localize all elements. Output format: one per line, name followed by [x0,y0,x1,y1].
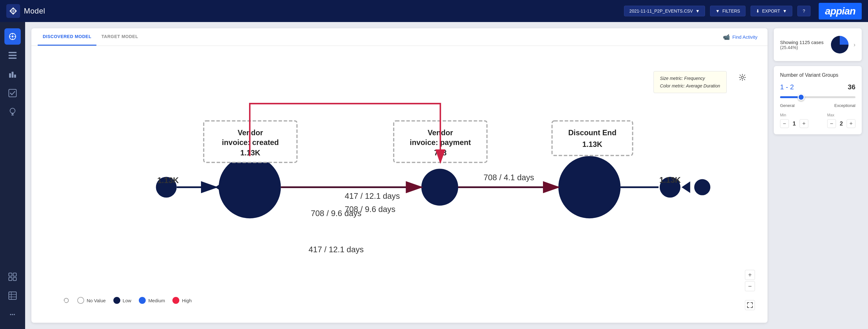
help-icon: ? [803,8,805,13]
min-value: 1 [793,120,796,127]
start-node-large[interactable] [219,156,281,218]
edge-middle-label: 708 / 4.1 days [484,173,534,182]
logo-area: Model [6,4,45,18]
zoom-in-button[interactable]: + [745,270,755,280]
export-button[interactable]: ⬇ EXPORT ▼ [750,6,792,16]
legend: No Value Low Medium High [63,297,192,304]
exceptional-label: Exceptional [834,103,856,108]
sidebar-item-bulb[interactable] [4,104,21,120]
export-icon: ⬇ [756,8,760,13]
max-decrement-button[interactable]: − [827,119,836,128]
svg-rect-3 [8,55,17,56]
tab-discovered-model[interactable]: DISCOVERED MODEL [38,28,96,46]
variant-groups-title: Number of Variant Groups [780,72,856,78]
svg-point-18 [741,77,744,79]
sidebar-item-list[interactable] [4,47,21,63]
fullscreen-button[interactable] [745,300,755,310]
min-label: Min [780,113,808,117]
discount-end-label2: 1.13K [582,140,602,148]
sidebar: ••• [0,22,25,329]
svg-point-9 [10,108,15,113]
min-decrement-button[interactable]: − [780,119,789,128]
file-name-label: 2021-11-11_P2P_EVENTS.CSV [629,8,693,13]
tabs-bar: DISCOVERED MODEL TARGET MODEL 📹 Find Act… [31,28,768,46]
svg-rect-5 [9,73,11,78]
start-node-label: 1.13K [157,176,179,185]
edge-top-label: 417 / 12.1 days [309,245,364,254]
cases-title: Showing 1125 cases [780,39,826,45]
svg-rect-7 [14,75,16,78]
svg-rect-10 [9,273,12,276]
slider-labels: General Exceptional [780,103,856,108]
filters-label: FILTERS [722,8,740,13]
end-node-label: 1.13K [659,175,681,184]
color-metric-label: Color metric: Average Duration [660,83,720,88]
svg-rect-4 [8,58,17,59]
right-panel: Showing 1125 cases (25.44%) › [774,28,862,323]
svg-rect-2 [8,52,17,53]
slider-track [780,96,856,98]
end-node-final [694,179,710,195]
canvas-area: 1.13K Vendor invoice: created 1.13K Vend… [31,46,768,323]
video-icon: 📹 [723,34,730,40]
sidebar-item-grid[interactable] [4,269,21,285]
appian-logo: appian [819,3,862,20]
end-arrow [681,182,690,193]
metric-box: Size metric: Frequency Color metric: Ave… [653,71,727,93]
steppers: Min − 1 + Max − 2 + [780,113,856,128]
file-dropdown-icon: ▼ [695,8,700,13]
legend-refresh[interactable] [63,297,70,304]
svg-rect-6 [11,72,13,78]
legend-no-value: No Value [77,297,106,304]
settings-button[interactable] [736,71,749,84]
find-activity-button[interactable]: 📹 Find Activity [719,31,761,43]
vendor-payment-node[interactable] [422,169,458,206]
export-dropdown-icon: ▼ [783,8,787,13]
tab-target-model[interactable]: TARGET MODEL [96,28,143,46]
svg-marker-19 [64,300,65,302]
pie-chart [830,35,850,55]
variant-range: 1 - 2 36 [780,83,856,91]
cases-chevron-icon[interactable]: › [854,42,856,48]
edge-label-417: 417 / 12.1 days [345,192,400,200]
sidebar-item-table[interactable] [4,287,21,304]
legend-high: High [173,297,192,304]
svg-rect-13 [13,277,16,280]
sidebar-item-check[interactable] [4,85,21,101]
sidebar-item-more[interactable]: ••• [4,306,21,323]
svg-rect-11 [13,273,16,276]
cases-card[interactable]: Showing 1125 cases (25.44%) › [774,28,862,61]
content-area: DISCOVERED MODEL TARGET MODEL 📹 Find Act… [25,22,868,329]
svg-rect-12 [9,277,12,280]
filter-icon: ▼ [715,8,720,13]
range-count: 36 [848,83,856,91]
discount-end-box[interactable] [552,121,633,155]
sidebar-item-compass[interactable] [4,28,21,45]
more-icon: ••• [10,312,16,317]
variant-card: Number of Variant Groups 1 - 2 36 Genera… [774,66,862,134]
svg-point-1 [11,35,13,37]
max-stepper-control: − 2 + [827,119,856,128]
help-button[interactable]: ? [797,6,810,16]
main-layout: ••• DISCOVERED MODEL TARGET MODEL 📹 Find… [0,22,868,329]
discount-end-node[interactable] [558,156,621,218]
edge-label-708-9: 708 / 9.6 days [345,205,395,214]
filters-button[interactable]: ▼ FILTERS [710,6,745,16]
min-stepper-group: Min − 1 + [780,113,808,128]
min-stepper-control: − 1 + [780,119,808,128]
cases-text: Showing 1125 cases (25.44%) [780,39,826,50]
max-value: 2 [840,120,843,127]
zoom-out-button[interactable]: − [745,281,755,291]
range-label: 1 - 2 [780,83,794,91]
size-metric-label: Size metric: Frequency [660,76,720,81]
max-increment-button[interactable]: + [847,119,856,128]
svg-rect-14 [9,292,16,299]
sidebar-item-chart[interactable] [4,66,21,82]
slider-thumb[interactable] [798,94,805,101]
file-selector-button[interactable]: 2021-11-11_P2P_EVENTS.CSV ▼ [624,6,705,16]
max-stepper-group: Max − 2 + [827,113,856,128]
max-label: Max [827,113,856,117]
min-increment-button[interactable]: + [800,119,808,128]
svg-rect-8 [9,89,16,97]
legend-low: Low [113,297,132,304]
